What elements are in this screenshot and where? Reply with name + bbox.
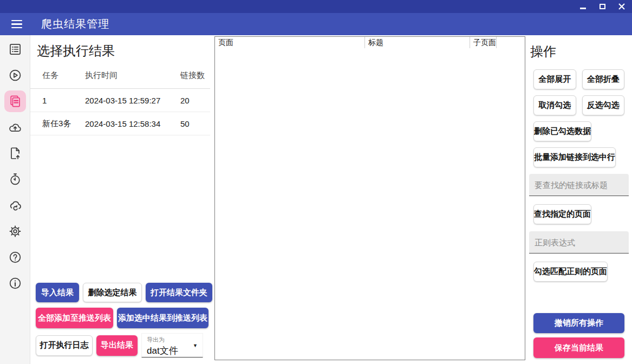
search-link-title-input[interactable] — [529, 174, 629, 196]
results-col-page[interactable]: 页面 — [215, 37, 364, 48]
expand-all-button[interactable]: 全部展开 — [533, 69, 576, 89]
task-cell-name: 新任3务 — [42, 119, 85, 129]
minimize-icon — [580, 8, 586, 9]
tasks-table: 任务 执行时间 链接数 1 2024-03-15 12:59:27 20 新任3… — [30, 70, 214, 135]
import-results-button[interactable]: 导入结果 — [36, 283, 79, 302]
tasks-table-header: 任务 执行时间 链接数 — [30, 70, 210, 89]
open-execution-log-button[interactable]: 打开执行日志 — [36, 335, 93, 356]
maximize-button[interactable] — [598, 3, 606, 10]
task-list-icon — [8, 42, 22, 56]
cloud-sync-icon — [8, 198, 22, 212]
cloud-upload-icon — [8, 120, 22, 134]
file-export-icon — [8, 146, 22, 160]
timer-icon — [8, 172, 22, 186]
menu-button[interactable] — [9, 18, 24, 31]
sidebar-item-upload[interactable] — [4, 116, 26, 138]
tasks-panel: 选择执行结果 任务 执行时间 链接数 1 2024-03-15 12:59:27… — [30, 35, 214, 364]
settings-gear-icon — [8, 224, 22, 238]
col-links: 链接数 — [180, 70, 210, 81]
invert-check-button[interactable]: 反选勾选 — [582, 95, 625, 115]
results-col-extra — [496, 37, 525, 48]
results-table-header: 页面 标题 子页面 — [215, 37, 525, 48]
hamburger-menu-icon — [11, 20, 22, 22]
task-cell-time: 2024-03-15 12:59:27 — [85, 96, 180, 105]
sidebar-rail — [0, 35, 30, 364]
sidebar-item-tasks[interactable] — [4, 38, 26, 60]
add-all-to-push-list-button[interactable]: 全部添加至推送列表 — [36, 308, 113, 328]
operations-grid: 全部展开 全部折叠 取消勾选 反选勾选 — [533, 69, 624, 115]
tasks-buttons-row3: 打开执行日志 导出结果 导出为 dat文件 ▼ — [36, 333, 203, 358]
tasks-buttons-row2: 全部添加至推送列表 添加选中结果到推送列表 — [36, 308, 209, 328]
find-page-button[interactable]: 查找指定的页面 — [533, 204, 591, 224]
delete-selected-results-button[interactable]: 删除选定结果 — [83, 283, 142, 302]
appbar: 爬虫结果管理 — [0, 13, 632, 35]
close-button[interactable] — [618, 3, 626, 10]
window-controls — [579, 0, 632, 13]
task-row[interactable]: 1 2024-03-15 12:59:27 20 — [30, 89, 210, 112]
results-table: 页面 标题 子页面 — [214, 36, 525, 360]
export-format-value: dat文件 — [147, 344, 198, 357]
tasks-panel-title: 选择执行结果 — [37, 42, 214, 60]
results-col-title[interactable]: 标题 — [364, 37, 470, 48]
delete-checked-data-button[interactable]: 删除已勾选数据 — [533, 121, 591, 141]
col-task: 任务 — [42, 70, 85, 81]
save-current-results-button[interactable]: 保存当前结果 — [533, 337, 624, 358]
task-cell-links: 20 — [180, 96, 210, 105]
chevron-down-icon: ▼ — [193, 343, 198, 348]
sidebar-item-run[interactable] — [4, 64, 26, 86]
task-cell-links: 50 — [180, 119, 210, 128]
sidebar-item-settings[interactable] — [4, 220, 26, 242]
operations-panel: 操作 全部展开 全部折叠 取消勾选 反选勾选 删除已勾选数据 批量添加链接到选中… — [526, 35, 632, 364]
export-format-select[interactable]: 导出为 dat文件 ▼ — [141, 333, 203, 358]
open-results-folder-button[interactable]: 打开结果文件夹 — [146, 283, 212, 302]
page-title: 爬虫结果管理 — [41, 17, 109, 31]
regex-input[interactable] — [529, 231, 629, 253]
help-icon — [8, 250, 22, 264]
tasks-buttons-row1: 导入结果 删除选定结果 打开结果文件夹 — [36, 283, 212, 302]
close-icon — [618, 3, 625, 10]
sidebar-item-sync[interactable] — [4, 194, 26, 216]
batch-add-links-button[interactable]: 批量添加链接到选中行 — [533, 147, 616, 167]
task-row[interactable]: 新任3务 2024-03-15 12:58:34 50 — [30, 112, 210, 135]
task-cell-time: 2024-03-15 12:58:34 — [85, 119, 180, 128]
operations-panel-title: 操作 — [530, 43, 632, 60]
col-time: 执行时间 — [85, 70, 180, 81]
results-col-subpage[interactable]: 子页面 — [470, 37, 496, 48]
play-circle-icon — [8, 68, 22, 82]
sidebar-item-about[interactable] — [4, 272, 26, 294]
collapse-all-button[interactable]: 全部折叠 — [582, 69, 625, 89]
minimize-button[interactable] — [579, 3, 587, 10]
uncheck-all-button[interactable]: 取消勾选 — [533, 95, 576, 115]
export-format-label: 导出为 — [147, 336, 198, 344]
sidebar-item-schedule[interactable] — [4, 168, 26, 190]
check-regex-match-button[interactable]: 勾选匹配正则的页面 — [533, 262, 608, 282]
add-selected-to-push-list-button[interactable]: 添加选中结果到推送列表 — [117, 308, 209, 328]
info-icon — [8, 276, 22, 290]
results-copy-icon — [8, 94, 22, 108]
titlebar — [0, 0, 632, 13]
sidebar-item-export[interactable] — [4, 142, 26, 164]
sidebar-item-results[interactable] — [4, 90, 26, 112]
app-window: 爬虫结果管理 — [0, 0, 632, 364]
undo-all-operations-button[interactable]: 撤销所有操作 — [533, 313, 624, 333]
maximize-icon — [600, 4, 605, 9]
sidebar-item-help[interactable] — [4, 246, 26, 268]
export-results-button[interactable]: 导出结果 — [96, 335, 138, 356]
task-cell-name: 1 — [42, 96, 85, 105]
